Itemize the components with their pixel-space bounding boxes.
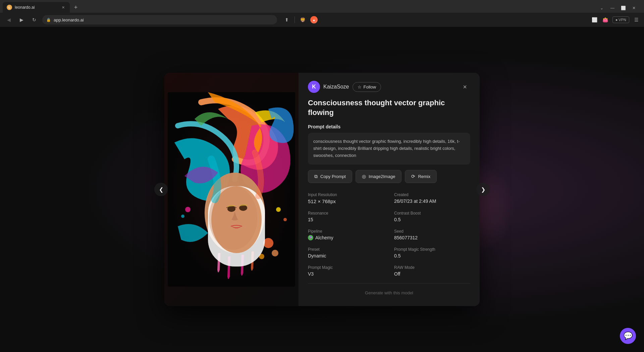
svg-point-13 — [283, 218, 287, 221]
user-info: K KaizaSoze ☆ Follow — [308, 81, 381, 93]
alchemy-icon: 🔮 — [308, 235, 313, 240]
image-title: Consciousness thought vector graphic flo… — [308, 98, 470, 117]
active-tab[interactable]: L leonardo.ai ✕ — [3, 2, 70, 13]
window-close-button[interactable]: ✕ — [629, 3, 639, 13]
tab-favicon: L — [7, 5, 12, 10]
divider — [308, 283, 470, 284]
prompt-magic-label: Prompt Magic — [308, 265, 384, 270]
tab-list-button[interactable]: ⌄ — [597, 3, 606, 13]
chat-bubble-button[interactable]: 💬 — [620, 328, 636, 344]
tab-title: leonardo.ai — [15, 5, 58, 10]
seed-value: 856077312 — [394, 235, 470, 240]
refresh-button[interactable]: ↻ — [30, 15, 39, 24]
prev-image-button[interactable]: ❮ — [154, 183, 168, 196]
remix-icon: ⟳ — [411, 174, 415, 179]
address-bar-right-controls: ⬜ 👛 ● VPN ☰ — [591, 16, 640, 23]
seed-label: Seed — [394, 229, 470, 234]
svg-point-10 — [185, 207, 191, 212]
image-panel — [164, 73, 299, 306]
remix-button[interactable]: ⟳ Remix — [405, 170, 437, 183]
main-content: ❮ — [0, 27, 644, 352]
brave-icon[interactable]: ▲ — [310, 16, 318, 23]
share-icon[interactable]: ⬆ — [283, 16, 290, 23]
image-detail-modal: K KaizaSoze ☆ Follow × Consciousness tho… — [164, 73, 480, 306]
meta-preset: Preset Dynamic — [308, 247, 384, 258]
image2image-button[interactable]: ◎ Image2Image — [356, 170, 402, 183]
resonance-label: Resonance — [308, 211, 384, 216]
follow-button[interactable]: ☆ Follow — [353, 82, 381, 92]
copy-icon: ⧉ — [314, 174, 318, 179]
star-icon: ☆ — [358, 84, 362, 90]
address-bar-icons: ⬆ 🦁 ▲ — [283, 16, 318, 23]
vpn-badge[interactable]: ● VPN — [612, 16, 629, 23]
meta-pipeline: Pipeline 🔮 Alchemy — [308, 229, 384, 240]
forward-button[interactable]: ▶ — [17, 15, 26, 24]
contrast-boost-value: 0.5 — [394, 217, 470, 222]
created-label: Created — [394, 192, 470, 197]
preset-value: Dynamic — [308, 253, 384, 258]
raw-mode-value: Off — [394, 271, 470, 277]
username: KaizaSoze — [323, 84, 349, 90]
artwork-image — [168, 92, 295, 287]
pipeline-value: Alchemy — [315, 235, 333, 240]
shield-icon[interactable]: 🦁 — [299, 16, 306, 23]
meta-prompt-magic-strength: Prompt Magic Strength 0.5 — [394, 247, 470, 258]
prompt-magic-strength-value: 0.5 — [394, 253, 470, 258]
prompt-text: consciousness thought vector graphic flo… — [313, 138, 465, 159]
generate-with-model-hint: Generate with this model — [308, 290, 470, 298]
preset-label: Preset — [308, 247, 384, 252]
svg-point-8 — [272, 250, 278, 256]
back-button[interactable]: ◀ — [4, 15, 13, 24]
avatar: K — [308, 81, 320, 93]
meta-seed: Seed 856077312 — [394, 229, 470, 240]
prompt-box: consciousness thought vector graphic flo… — [308, 133, 470, 164]
meta-contrast-boost: Contrast Boost 0.5 — [394, 211, 470, 222]
contrast-boost-label: Contrast Boost — [394, 211, 470, 216]
new-tab-button[interactable]: + — [71, 3, 80, 12]
address-bar: ◀ ▶ ↻ 🔒 app.leonardo.ai ⬆ 🦁 ▲ ⬜ 👛 ● VPN … — [0, 13, 644, 27]
minimize-button[interactable]: — — [608, 3, 617, 13]
resonance-value: 15 — [308, 217, 384, 222]
image2image-icon: ◎ — [362, 174, 366, 179]
meta-raw-mode: RAW Mode Off — [394, 265, 470, 277]
meta-resonance: Resonance 15 — [308, 211, 384, 222]
meta-input-resolution: Input Resolution 512 × 768px — [308, 192, 384, 204]
menu-icon[interactable]: ☰ — [633, 16, 640, 23]
lock-icon: 🔒 — [46, 18, 51, 22]
wallet-icon[interactable]: 👛 — [602, 16, 609, 23]
extensions-icon[interactable]: ⬜ — [591, 16, 598, 23]
action-buttons: ⧉ Copy Prompt ◎ Image2Image ⟳ Remix — [308, 170, 470, 183]
modal-header: K KaizaSoze ☆ Follow × — [308, 81, 470, 93]
browser-chrome: L leonardo.ai ✕ + ⌄ — ⬜ ✕ ◀ ▶ ↻ 🔒 app.le… — [0, 0, 644, 27]
created-value: 26/07/23 at 2:49 AM — [394, 198, 470, 204]
maximize-button[interactable]: ⬜ — [619, 3, 628, 13]
copy-prompt-button[interactable]: ⧉ Copy Prompt — [308, 170, 352, 183]
close-modal-button[interactable]: × — [460, 81, 470, 92]
prompt-magic-value: V3 — [308, 271, 384, 277]
prompt-section-label: Prompt details — [308, 124, 470, 129]
url-text: app.leonardo.ai — [54, 17, 84, 22]
url-bar[interactable]: 🔒 app.leonardo.ai — [42, 15, 277, 24]
raw-mode-label: RAW Mode — [394, 265, 470, 270]
meta-grid: Input Resolution 512 × 768px Created 26/… — [308, 192, 470, 277]
pipeline-label: Pipeline — [308, 229, 384, 234]
meta-created: Created 26/07/23 at 2:49 AM — [394, 192, 470, 204]
input-resolution-value: 512 × 768px — [308, 198, 384, 204]
svg-point-11 — [181, 215, 184, 218]
chat-icon: 💬 — [624, 332, 633, 340]
input-resolution-label: Input Resolution — [308, 192, 384, 197]
pipeline-value-container: 🔮 Alchemy — [308, 235, 384, 240]
divider — [294, 16, 295, 23]
tab-bar: L leonardo.ai ✕ + ⌄ — ⬜ ✕ — [0, 0, 644, 13]
details-panel: K KaizaSoze ☆ Follow × Consciousness tho… — [299, 73, 480, 306]
prompt-magic-strength-label: Prompt Magic Strength — [394, 247, 470, 252]
next-image-button[interactable]: ❯ — [476, 183, 490, 196]
meta-prompt-magic: Prompt Magic V3 — [308, 265, 384, 277]
tab-right-controls: ⌄ — ⬜ ✕ — [597, 3, 641, 13]
svg-point-12 — [276, 207, 281, 212]
tab-close-button[interactable]: ✕ — [60, 5, 66, 10]
